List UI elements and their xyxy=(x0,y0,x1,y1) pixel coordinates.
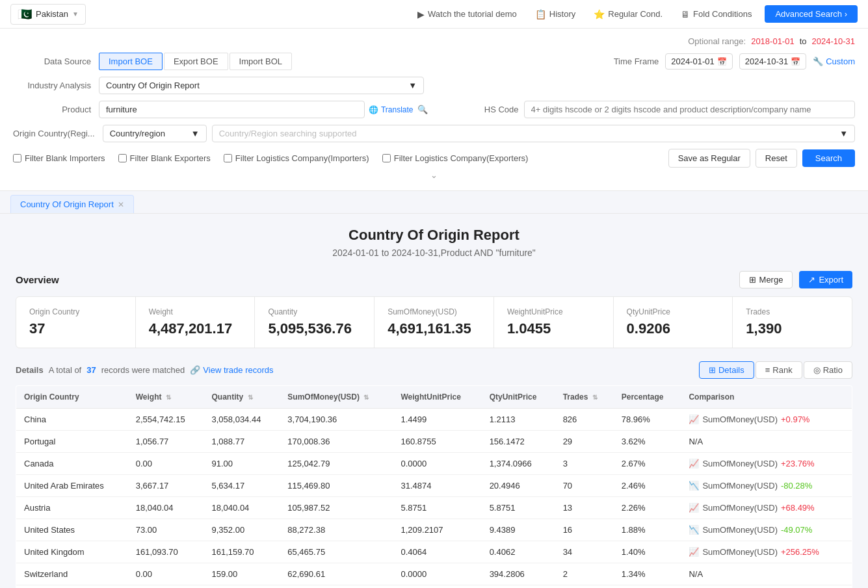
trend-icon: 📈 xyxy=(689,503,699,513)
comparison-cell: 📈 SumOfMoney(USD) +23.76% xyxy=(689,459,844,468)
metric-label-wunit: WeightUnitPrice xyxy=(507,307,600,316)
rank-tab-icon: ≡ xyxy=(765,365,770,375)
regular-cond-link[interactable]: ⭐ Regular Cond. xyxy=(588,6,668,22)
th-sum-money[interactable]: SumOfMoney(USD) ⇅ xyxy=(280,386,393,409)
timeframe-end-input[interactable]: 2024-10-31 📅 xyxy=(739,53,807,70)
image-search-icon[interactable]: 🔍 xyxy=(417,105,428,114)
cell-weight: 73.00 xyxy=(128,519,204,541)
country-selector[interactable]: 🇵🇰 Pakistan ▼ xyxy=(10,4,86,25)
reset-button[interactable]: Reset xyxy=(756,149,797,168)
cell-trades: 826 xyxy=(555,409,614,431)
origin-country-type-select[interactable]: Country/region ▼ xyxy=(103,125,207,142)
merge-button[interactable]: ⊞ Merge xyxy=(739,271,793,288)
rank-tab[interactable]: ≡ Rank xyxy=(756,361,802,379)
cell-trades: 13 xyxy=(555,497,614,519)
th-trades[interactable]: Trades ⇅ xyxy=(555,386,614,409)
cell-percentage: 78.96% xyxy=(614,409,681,431)
dropdown-search-arrow-icon: ▼ xyxy=(839,129,848,138)
data-source-label: Data Source xyxy=(13,57,91,66)
cell-weight: 1,056.77 xyxy=(128,431,204,453)
cell-sum-money: 62,690.61 xyxy=(280,563,393,585)
cell-quantity: 161,159.70 xyxy=(204,541,280,563)
industry-analysis-select[interactable]: Country Of Origin Report ▼ xyxy=(99,77,424,94)
comparison-na: N/A xyxy=(689,437,703,446)
cell-percentage: 1.34% xyxy=(614,563,681,585)
metric-weight: Weight 4,487,201.17 xyxy=(136,297,256,348)
range-end-date: 2024-10-31 xyxy=(812,36,856,46)
cell-weight-unit: 1.4499 xyxy=(393,409,481,431)
cell-quantity: 5,634.17 xyxy=(204,475,280,497)
import-bol-tab[interactable]: Import BOL xyxy=(230,53,292,70)
cell-country: Italy xyxy=(16,585,128,589)
metric-trades: Trades 1,390 xyxy=(733,297,852,348)
custom-timeframe-link[interactable]: 🔧 Custom xyxy=(813,57,855,66)
trend-icon: 📈 xyxy=(689,415,699,424)
comparison-cell: 📉 SumOfMoney(USD) -80.28% xyxy=(689,481,844,491)
industry-analysis-label: Industry Analysis xyxy=(13,81,91,90)
view-trade-records-link[interactable]: 🔗 View trade records xyxy=(190,365,273,375)
cell-country: United Arab Emirates xyxy=(16,475,128,497)
th-weight[interactable]: Weight ⇅ xyxy=(128,386,204,409)
metric-value-qunit: 0.9206 xyxy=(627,320,720,337)
cell-qty-unit: 20.4946 xyxy=(482,475,555,497)
range-to: to xyxy=(800,36,807,46)
table-row: Switzerland 0.00 159.00 62,690.61 0.0000… xyxy=(16,563,852,585)
cell-percentage: 2.46% xyxy=(614,475,681,497)
details-tab[interactable]: ⊞ Details xyxy=(699,361,754,379)
filter-row: Filter Blank Importers Filter Blank Expo… xyxy=(13,149,528,167)
save-regular-button[interactable]: Save as Regular xyxy=(668,149,750,168)
cell-weight: 0.00 xyxy=(128,453,204,475)
cell-weight-unit: 5.8751 xyxy=(393,497,481,519)
trend-icon: 📉 xyxy=(689,481,699,491)
collapse-button[interactable]: ⌄ xyxy=(13,168,855,183)
metric-label-qunit: QtyUnitPrice xyxy=(627,307,720,316)
fold-conditions-link[interactable]: 🖥 Fold Conditions xyxy=(676,6,757,22)
cell-country: Switzerland xyxy=(16,563,128,585)
report-tab[interactable]: Country Of Origin Report ✕ xyxy=(10,195,134,213)
th-quantity[interactable]: Quantity ⇅ xyxy=(204,386,280,409)
translate-icon: 🌐 xyxy=(369,105,378,114)
metric-value-trades: 1,390 xyxy=(746,320,839,337)
history-link[interactable]: 📋 History xyxy=(530,6,581,22)
tab-close-icon[interactable]: ✕ xyxy=(118,200,124,209)
cell-weight: 161,093.70 xyxy=(128,541,204,563)
metric-value-quantity: 5,095,536.76 xyxy=(268,320,361,337)
timeframe-start-input[interactable]: 2024-01-01 📅 xyxy=(665,53,733,70)
metric-label-trades: Trades xyxy=(746,307,839,316)
export-button[interactable]: ↗ Export xyxy=(799,271,852,288)
metric-qty-unit: QtyUnitPrice 0.9206 xyxy=(614,297,733,348)
export-boe-tab[interactable]: Export BOE xyxy=(164,53,228,70)
translate-button[interactable]: 🌐 Translate xyxy=(369,105,414,114)
origin-country-search-select[interactable]: Country/Region searching supported ▼ xyxy=(212,125,855,142)
cell-sum-money: 57,861.23 xyxy=(280,585,393,589)
filter-blank-importers[interactable]: Filter Blank Importers xyxy=(13,153,105,163)
table-row: Italy 10,451.02 22,767.02 57,861.23 5.53… xyxy=(16,585,852,589)
advanced-search-button[interactable]: Advanced Search › xyxy=(765,5,858,23)
filter-blank-exporters[interactable]: Filter Blank Exporters xyxy=(118,153,211,163)
sort-quantity-icon: ⇅ xyxy=(248,394,253,401)
cell-sum-money: 115,469.80 xyxy=(280,475,393,497)
table-row: Canada 0.00 91.00 125,042.79 0.0000 1,37… xyxy=(16,453,852,475)
metric-origin-country: Origin Country 37 xyxy=(16,297,136,348)
metric-label-origin: Origin Country xyxy=(29,307,122,316)
filter-logistics-importers[interactable]: Filter Logistics Company(Importers) xyxy=(224,153,369,163)
ratio-tab[interactable]: ◎ Ratio xyxy=(804,361,852,379)
data-table: Origin Country Weight ⇅ Quantity ⇅ SumOf… xyxy=(16,385,852,588)
table-row: Austria 18,040.04 18,040.04 105,987.52 5… xyxy=(16,497,852,519)
product-input[interactable] xyxy=(99,101,365,118)
cell-percentage: 1.40% xyxy=(614,541,681,563)
cell-qty-unit: 1.2113 xyxy=(482,409,555,431)
import-boe-tab[interactable]: Import BOE xyxy=(99,53,163,70)
tutorial-demo-link[interactable]: ▶ Watch the tutorial demo xyxy=(412,6,522,22)
search-panel: Optional range: 2018-01-01 to 2024-10-31… xyxy=(0,29,868,191)
tabs-bar: Country Of Origin Report ✕ xyxy=(0,191,868,214)
details-count: 37 xyxy=(86,365,96,375)
hs-code-input[interactable] xyxy=(524,101,856,118)
cell-comparison: N/A xyxy=(681,563,852,585)
cell-trades: 20 xyxy=(555,585,614,589)
nav-left: 🇵🇰 Pakistan ▼ xyxy=(10,4,86,25)
th-comparison: Comparison xyxy=(681,386,852,409)
filter-logistics-exporters[interactable]: Filter Logistics Company(Exporters) xyxy=(382,153,529,163)
comparison-cell: 📈 SumOfMoney(USD) +68.49% xyxy=(689,503,844,513)
search-button[interactable]: Search xyxy=(802,149,855,167)
